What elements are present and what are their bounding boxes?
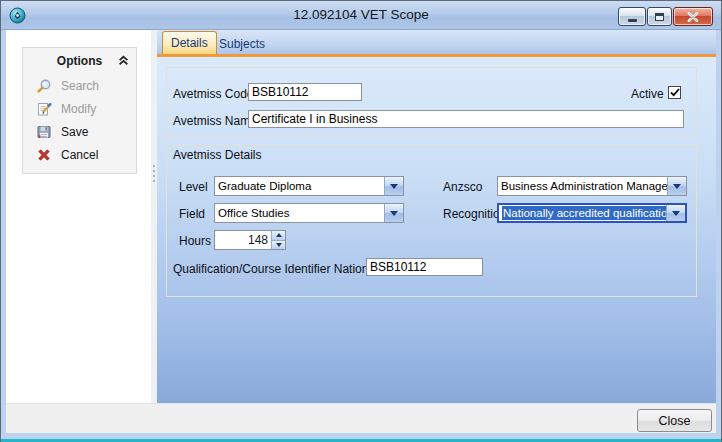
hours-stepper[interactable]: 148 [214,230,286,250]
vet-scope-window: 12.092104 VET Scope Options [0,0,722,442]
hours-label: Hours [179,234,211,248]
sidebar-item-cancel[interactable]: Cancel [23,143,136,166]
level-value: Graduate Diploma [215,177,384,195]
chevron-up-icon [276,233,282,237]
main-area: Details Subjects Avetmiss Code Active Av… [157,30,716,403]
close-icon [687,12,699,22]
options-header-label: Options [57,54,102,68]
group-title: Avetmiss Details [173,148,261,162]
anzsco-label: Anzsco [443,180,482,194]
avetmiss-name-label: Avetmiss Name [173,114,257,128]
avetmiss-name-input[interactable] [248,110,684,128]
chevron-down-icon [276,243,282,247]
anzsco-dropdown[interactable]: Business Administration Managers [497,176,687,196]
maximize-icon [655,13,664,21]
close-button[interactable]: Close [637,409,712,432]
level-dropdown[interactable]: Graduate Diploma [214,176,404,196]
qualification-national-label: Qualification/Course Identifier National [173,262,378,276]
sidebar-item-label: Modify [61,102,96,116]
search-icon [36,78,52,94]
tab-label: Subjects [219,37,265,51]
sidebar-item-label: Search [61,79,99,93]
tab-label: Details [171,36,208,50]
chevron-down-icon[interactable] [666,205,685,221]
recognition-dropdown[interactable]: Nationally accredited qualification [497,203,687,223]
close-window-button[interactable] [673,7,713,26]
minimize-icon [628,19,637,22]
save-icon [36,124,52,140]
anzsco-value: Business Administration Managers [498,177,667,195]
window-border-left-inner [1,30,6,439]
field-label: Field [179,207,205,221]
window-border-top [0,0,722,1]
level-label: Level [179,180,208,194]
window-border-right-inner [716,30,721,439]
details-tab-page: Avetmiss Code Active Avetmiss Name Avetm… [157,57,716,403]
active-checkbox[interactable] [668,86,681,99]
footer-bar: Close [6,403,716,433]
sidebar: Options Search [6,30,151,403]
sidebar-item-label: Save [61,125,88,139]
cancel-icon [36,147,52,163]
options-header[interactable]: Options [23,48,136,74]
tab-subjects[interactable]: Subjects [211,33,273,54]
spin-down-button[interactable] [272,240,285,250]
tab-details[interactable]: Details [162,31,217,54]
recognition-value: Nationally accredited qualification [502,206,666,220]
chevron-down-icon[interactable] [384,204,403,222]
hours-value: 148 [215,231,271,249]
field-value: Office Studies [215,204,384,222]
splitter-grip-icon [153,165,155,185]
checkmark-icon [670,88,680,97]
avetmiss-details-groupbox: Avetmiss Details Level Graduate Diploma … [166,144,697,297]
collapse-chevron-icon[interactable] [118,55,129,66]
chevron-down-icon[interactable] [384,177,403,195]
avetmiss-code-input[interactable] [248,83,362,101]
maximize-button[interactable] [647,7,672,26]
options-panel: Options Search [22,47,137,174]
sidebar-item-label: Cancel [61,148,98,162]
avetmiss-code-label: Avetmiss Code [173,87,253,101]
active-label: Active [631,87,664,101]
chevron-down-icon[interactable] [667,177,686,195]
field-dropdown[interactable]: Office Studies [214,203,404,223]
spin-up-button[interactable] [272,231,285,240]
header-groupbox: Avetmiss Code Active Avetmiss Name [166,67,697,137]
modify-icon [36,101,52,117]
sidebar-item-search[interactable]: Search [23,74,136,97]
tabstrip: Details Subjects [157,30,716,57]
sidebar-item-save[interactable]: Save [23,120,136,143]
titlebar[interactable]: 12.092104 VET Scope [1,1,721,30]
minimize-button[interactable] [618,7,646,26]
sidebar-item-modify[interactable]: Modify [23,97,136,120]
qualification-national-input[interactable] [366,258,483,276]
window-title: 12.092104 VET Scope [1,7,721,22]
